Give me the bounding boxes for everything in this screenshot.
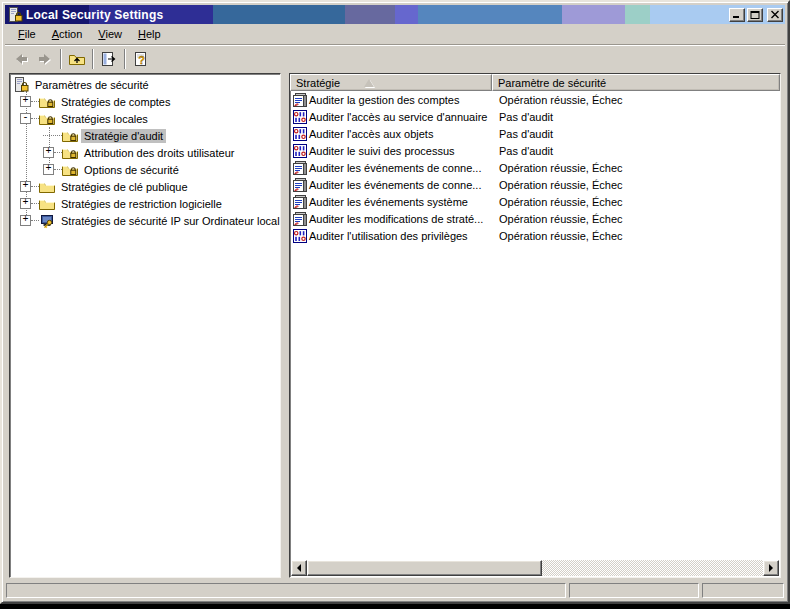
console-tree-pane: Paramètres de sécurité + Stratégies de c… xyxy=(9,73,281,578)
toolbar xyxy=(5,45,785,72)
tree-connector xyxy=(31,220,39,221)
policy-row[interactable]: Auditer la gestion des comptes Opération… xyxy=(290,91,780,108)
scroll-right-button[interactable] xyxy=(763,560,779,576)
tree-expander-plus[interactable]: + xyxy=(20,96,31,107)
audit-binary-icon xyxy=(292,109,308,125)
policy-row[interactable]: Auditer l'utilisation des privilèges Opé… xyxy=(290,227,780,244)
tree-item-strategies-cle-publique[interactable]: + Stratégies de clé publique xyxy=(10,178,280,195)
folder-lock-icon xyxy=(62,128,78,144)
help-icon xyxy=(133,51,149,67)
tree-item-parametres-de-securite[interactable]: Paramètres de sécurité xyxy=(10,76,280,93)
window-title: Local Security Settings xyxy=(26,8,727,22)
tree-item-strategies-securite-ip[interactable]: + Stratégies de sécurité IP sur Ordinate… xyxy=(10,212,280,229)
folder-icon xyxy=(39,196,55,212)
status-panel xyxy=(702,583,784,598)
tree-item-strategie-daudit[interactable]: Stratégie d'audit xyxy=(10,127,280,144)
help-button[interactable] xyxy=(129,48,153,70)
audit-scroll-icon xyxy=(292,92,308,108)
tree-connector xyxy=(31,118,39,119)
up-one-level-button[interactable] xyxy=(65,48,89,70)
sort-ascending-icon xyxy=(364,79,374,87)
close-button[interactable] xyxy=(767,8,783,22)
tree-item-strategies-de-comptes[interactable]: + Stratégies de comptes xyxy=(10,93,280,110)
horizontal-scrollbar[interactable] xyxy=(291,560,779,576)
back-arrow-icon xyxy=(13,51,29,67)
policy-row[interactable]: Auditer le suivi des processus Pas d'aud… xyxy=(290,142,780,159)
toolbar-separator xyxy=(124,49,126,69)
tree-connector xyxy=(31,101,39,102)
policy-row[interactable]: Auditer l'accès au service d'annuaire Pa… xyxy=(290,108,780,125)
folder-lock-icon xyxy=(39,94,55,110)
audit-scroll-icon xyxy=(292,211,308,227)
forward-arrow-icon xyxy=(37,51,53,67)
audit-binary-icon xyxy=(292,228,308,244)
tree-connector xyxy=(43,135,62,136)
column-header-parametre[interactable]: Paramètre de sécurité xyxy=(492,74,780,91)
policy-row[interactable]: Auditer les événements de conne... Opéra… xyxy=(290,176,780,193)
scroll-right-icon xyxy=(769,564,773,572)
tree-expander-plus[interactable]: + xyxy=(43,164,54,175)
app-icon xyxy=(7,7,23,23)
minimize-icon xyxy=(732,10,742,19)
menu-help[interactable]: Help xyxy=(130,25,169,43)
tree-item-attribution-des-droits[interactable]: + Attribution des droits utilisateur xyxy=(10,144,280,161)
policy-list-pane: Stratégie Paramètre de sécurité Auditer … xyxy=(289,73,781,578)
ipsec-icon xyxy=(39,213,55,229)
folder-lock-icon xyxy=(39,111,55,127)
scrollbar-thumb[interactable] xyxy=(307,560,542,576)
back-button[interactable] xyxy=(9,48,33,70)
menu-view[interactable]: View xyxy=(90,25,130,43)
tree-item-strategies-restriction-logicielle[interactable]: + Stratégies de restriction logicielle xyxy=(10,195,280,212)
content-area: Paramètres de sécurité + Stratégies de c… xyxy=(5,72,785,581)
list-header: Stratégie Paramètre de sécurité xyxy=(290,74,780,91)
tree-connector xyxy=(31,186,39,187)
tree-item-options-de-securite[interactable]: + Options de sécurité xyxy=(10,161,280,178)
audit-scroll-icon xyxy=(292,177,308,193)
folder-icon xyxy=(39,179,55,195)
scroll-left-button[interactable] xyxy=(291,560,307,576)
console-tree-icon xyxy=(101,51,117,67)
audit-scroll-icon xyxy=(292,160,308,176)
status-bar xyxy=(5,581,785,599)
policy-row[interactable]: Auditer les événements de conne... Opéra… xyxy=(290,159,780,176)
menu-file[interactable]: File xyxy=(10,25,44,43)
scroll-left-icon xyxy=(297,564,301,572)
up-folder-icon xyxy=(69,51,85,67)
tree-expander-minus[interactable]: - xyxy=(20,113,31,124)
tree-expander-plus[interactable]: + xyxy=(43,147,54,158)
tree-expander-plus[interactable]: + xyxy=(20,181,31,192)
title-bar[interactable]: Local Security Settings xyxy=(5,5,785,24)
menu-action[interactable]: Action xyxy=(44,25,91,43)
console-lock-icon xyxy=(13,77,29,93)
tree-connector xyxy=(54,152,62,153)
audit-binary-icon xyxy=(292,143,308,159)
tree-item-strategies-locales[interactable]: - Stratégies locales xyxy=(10,110,280,127)
pane-splitter[interactable] xyxy=(281,73,289,578)
toolbar-separator xyxy=(60,49,62,69)
folder-lock-icon xyxy=(62,145,78,161)
minimize-button[interactable] xyxy=(729,8,745,22)
forward-button[interactable] xyxy=(33,48,57,70)
policy-row[interactable]: Auditer l'accès aux objets Pas d'audit xyxy=(290,125,780,142)
status-panel xyxy=(6,583,566,598)
tree-connector xyxy=(31,203,39,204)
local-security-settings-window: Local Security Settings File Action View… xyxy=(0,0,790,604)
tree-connector xyxy=(54,169,62,170)
folder-lock-icon xyxy=(62,162,78,178)
tree-expander-plus[interactable]: + xyxy=(20,198,31,209)
toolbar-separator xyxy=(92,49,94,69)
maximize-icon xyxy=(750,10,760,19)
policy-row[interactable]: Auditer les modifications de straté... O… xyxy=(290,210,780,227)
show-console-tree-button[interactable] xyxy=(97,48,121,70)
close-icon xyxy=(770,10,780,19)
audit-binary-icon xyxy=(292,126,308,142)
tree-expander-plus[interactable]: + xyxy=(20,215,31,226)
column-header-strategie[interactable]: Stratégie xyxy=(290,74,492,91)
status-panel xyxy=(569,583,699,598)
policy-row[interactable]: Auditer les événements système Opération… xyxy=(290,193,780,210)
maximize-button[interactable] xyxy=(747,8,763,22)
audit-scroll-icon xyxy=(292,194,308,210)
scrollbar-track[interactable] xyxy=(307,560,763,576)
menu-bar: File Action View Help xyxy=(5,24,785,45)
